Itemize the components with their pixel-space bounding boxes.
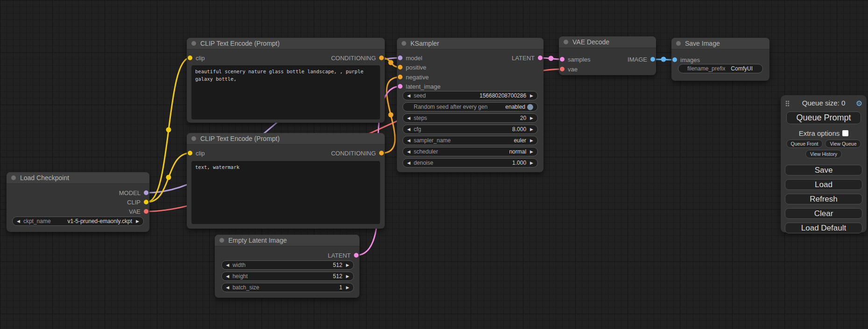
collapse-dot-icon[interactable] xyxy=(219,238,224,243)
collapse-dot-icon[interactable] xyxy=(676,41,681,46)
input-slot-latent-image[interactable]: latent_image xyxy=(398,83,440,90)
decrement-arrow-icon[interactable]: ◀ xyxy=(407,116,410,120)
collapse-dot-icon[interactable] xyxy=(191,41,196,46)
collapse-dot-icon[interactable] xyxy=(191,136,196,141)
output-slot-conditioning[interactable]: CONDITIONING xyxy=(331,149,384,157)
input-slot-samples[interactable]: samples xyxy=(560,56,590,63)
latent-image-input-dot[interactable] xyxy=(398,84,402,89)
node-header[interactable]: Empty Latent Image xyxy=(215,235,360,246)
widget-ckpt-name[interactable]: ◀ ckpt_name v1-5-pruned-emaonly.ckpt ▶ xyxy=(12,217,144,226)
clip-output-dot[interactable] xyxy=(144,200,148,204)
clip-input-dot[interactable] xyxy=(188,56,192,60)
model-input-dot[interactable] xyxy=(398,56,402,60)
output-slot-vae[interactable]: VAE xyxy=(129,208,148,215)
node-header[interactable]: KSampler xyxy=(397,38,543,49)
widget-random-seed-toggle[interactable]: Random seed after every gen enabled xyxy=(402,102,538,112)
node-header[interactable]: VAE Decode xyxy=(559,36,656,48)
image-output-dot[interactable] xyxy=(650,57,655,62)
images-input-dot[interactable] xyxy=(672,57,677,62)
samples-input-dot[interactable] xyxy=(560,57,565,62)
conditioning-output-dot[interactable] xyxy=(379,56,384,60)
clip-input-dot[interactable] xyxy=(188,151,192,155)
increment-arrow-icon[interactable]: ▶ xyxy=(136,219,139,224)
load-button[interactable]: Load xyxy=(785,179,862,190)
latent-output-dot[interactable] xyxy=(354,253,359,258)
widget-batch-size[interactable]: ◀ batch_size 1 ▶ xyxy=(221,283,354,292)
input-slot-clip[interactable]: clip xyxy=(188,149,205,157)
node-graph-canvas[interactable]: Load Checkpoint MODEL CLIP VAE ◀ ckpt_na… xyxy=(0,0,868,329)
drag-handle-icon[interactable] xyxy=(785,100,790,106)
output-slot-model[interactable]: MODEL xyxy=(119,189,148,196)
settings-gear-icon[interactable]: ⚙ xyxy=(856,99,862,108)
negative-input-dot[interactable] xyxy=(398,75,402,79)
widget-denoise[interactable]: ◀ denoise 1.000 ▶ xyxy=(402,158,538,168)
increment-arrow-icon[interactable]: ▶ xyxy=(530,150,533,154)
widget-filename-prefix[interactable]: filename_prefix ComfyUI xyxy=(678,64,763,73)
output-slot-image[interactable]: IMAGE xyxy=(628,56,655,63)
save-button[interactable]: Save xyxy=(785,165,862,175)
decrement-arrow-icon[interactable]: ◀ xyxy=(407,139,410,143)
view-queue-button[interactable]: View Queue xyxy=(825,140,861,148)
output-slot-latent[interactable]: LATENT xyxy=(512,54,543,62)
increment-arrow-icon[interactable]: ▶ xyxy=(530,94,533,98)
widget-value: 20 xyxy=(520,115,526,121)
view-history-button[interactable]: View History xyxy=(805,150,842,158)
decrement-arrow-icon[interactable]: ◀ xyxy=(226,286,229,290)
increment-arrow-icon[interactable]: ▶ xyxy=(346,286,349,290)
conditioning-output-dot[interactable] xyxy=(379,151,384,155)
widget-seed[interactable]: ◀ seed 156680208700286 ▶ xyxy=(402,91,538,100)
queue-front-button[interactable]: Queue Front xyxy=(786,140,823,148)
vae-output-dot[interactable] xyxy=(144,209,148,214)
increment-arrow-icon[interactable]: ▶ xyxy=(346,274,349,279)
widget-cfg[interactable]: ◀ cfg 8.000 ▶ xyxy=(402,125,538,134)
output-slot-latent[interactable]: LATENT xyxy=(328,252,359,259)
negative-prompt-textarea[interactable]: text, watermark xyxy=(191,161,380,224)
load-default-button[interactable]: Load Default xyxy=(785,223,862,233)
output-slot-conditioning[interactable]: CONDITIONING xyxy=(331,54,384,62)
node-header[interactable]: CLIP Text Encode (Prompt) xyxy=(187,38,385,49)
increment-arrow-icon[interactable]: ▶ xyxy=(530,161,533,165)
decrement-arrow-icon[interactable]: ◀ xyxy=(407,150,410,154)
increment-arrow-icon[interactable]: ▶ xyxy=(530,127,533,132)
input-slot-clip[interactable]: clip xyxy=(188,54,205,62)
decrement-arrow-icon[interactable]: ◀ xyxy=(17,219,20,224)
refresh-button[interactable]: Refresh xyxy=(785,194,862,204)
toggle-enabled-icon[interactable] xyxy=(527,104,533,110)
decrement-arrow-icon[interactable]: ◀ xyxy=(407,127,410,132)
decrement-arrow-icon[interactable]: ◀ xyxy=(407,94,410,98)
positive-prompt-textarea[interactable]: beautiful scenery nature glass bottle la… xyxy=(191,65,380,119)
node-header[interactable]: Load Checkpoint xyxy=(7,172,149,184)
input-slot-positive[interactable]: positive xyxy=(398,63,426,71)
collapse-dot-icon[interactable] xyxy=(564,40,568,44)
widget-steps[interactable]: ◀ steps 20 ▶ xyxy=(402,113,538,123)
input-slot-vae[interactable]: vae xyxy=(560,65,578,73)
input-slot-images[interactable]: images xyxy=(672,56,700,63)
widget-height[interactable]: ◀ height 512 ▶ xyxy=(221,272,354,281)
widget-sampler-name[interactable]: ◀ sampler_name euler ▶ xyxy=(402,136,538,145)
decrement-arrow-icon[interactable]: ◀ xyxy=(407,161,410,165)
vae-input-dot[interactable] xyxy=(560,67,565,71)
node-header[interactable]: Save Image xyxy=(671,38,769,49)
collapse-dot-icon[interactable] xyxy=(402,41,406,46)
clear-button[interactable]: Clear xyxy=(785,208,862,219)
input-slot-model[interactable]: model xyxy=(398,54,422,62)
increment-arrow-icon[interactable]: ▶ xyxy=(530,116,533,120)
positive-input-dot[interactable] xyxy=(398,65,402,70)
output-slot-clip[interactable]: CLIP xyxy=(127,198,148,206)
model-output-dot[interactable] xyxy=(144,190,148,195)
node-header[interactable]: CLIP Text Encode (Prompt) xyxy=(187,133,385,145)
input-slot-negative[interactable]: negative xyxy=(398,73,429,81)
widget-width[interactable]: ◀ width 512 ▶ xyxy=(221,260,354,270)
latent-output-dot[interactable] xyxy=(538,56,543,60)
widget-name: cfg xyxy=(414,126,508,133)
increment-arrow-icon[interactable]: ▶ xyxy=(346,263,349,267)
decrement-arrow-icon[interactable]: ◀ xyxy=(226,263,229,267)
widget-name: steps xyxy=(414,115,516,121)
extra-options-checkbox[interactable] xyxy=(842,130,848,136)
widget-scheduler[interactable]: ◀ scheduler normal ▶ xyxy=(402,147,538,156)
collapse-dot-icon[interactable] xyxy=(11,175,16,180)
queue-prompt-button[interactable]: Queue Prompt xyxy=(786,112,861,124)
slot-label: latent_image xyxy=(406,83,440,90)
decrement-arrow-icon[interactable]: ◀ xyxy=(226,274,229,279)
increment-arrow-icon[interactable]: ▶ xyxy=(530,139,533,143)
